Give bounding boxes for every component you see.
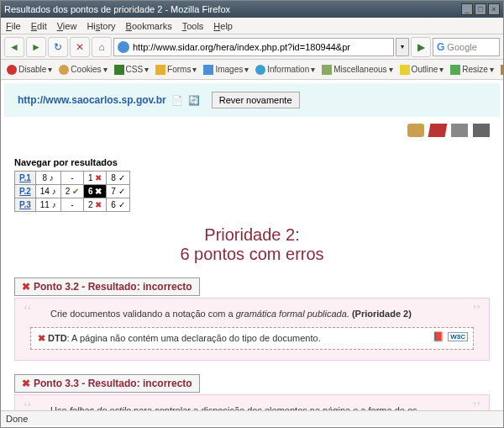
table-row: P.3 11 ♪ - 2 ✖ 6 ✓ [15,198,130,212]
nav-toolbar: ◄ ► ↻ ✕ ⌂ http://www.sidar.org/hera/inde… [1,34,503,60]
menu-view[interactable]: View [57,21,77,31]
dev-information[interactable]: Information▾ [253,65,318,75]
search-placeholder: Google [447,42,476,52]
point-body: “ ” Crie documentos validando a notação … [14,298,490,361]
dev-css[interactable]: CSS▾ [112,65,152,75]
w3c-icon[interactable]: W3C [448,332,468,341]
point-3-3: ✖Ponto 3.3 - Resultado: incorrecto “ ” U… [14,374,490,410]
url-dropdown[interactable]: ▾ [396,38,409,56]
dev-disable[interactable]: Disable▾ [4,65,55,75]
toolbar-icons [407,124,490,137]
pdf-icon[interactable]: 📕 [433,331,444,342]
window-titlebar: Resultados dos pontos de prioridade 2 - … [1,1,503,18]
x-icon: ✖ [22,378,30,389]
owl-icon[interactable] [407,124,424,137]
reload-button[interactable]: ↻ [48,37,68,57]
url-bar[interactable]: http://www.sidar.org/hera/index.php.pt?i… [113,38,394,56]
dev-outline[interactable]: Outline▾ [397,65,447,75]
guideline-text: Crie documentos validando a notação com … [50,309,454,319]
status-text: Done [6,414,28,424]
dev-cookies[interactable]: Cookies▾ [56,65,109,75]
quote-open-icon: “ [24,397,32,410]
table-row: P.2 14 ♪ 2 ✔ 6 ✖ 7 ✓ [15,185,130,198]
point-header: ✖Ponto 3.3 - Resultado: incorrecto [14,374,200,393]
title-line2: 6 pontos com erros [1,245,503,264]
menu-tools[interactable]: Tools [182,21,204,31]
google-icon: G [437,41,444,53]
menubar: FFileile Edit View History Bookmarks Too… [1,18,503,34]
main-title: Prioridade 2: 6 pontos com erros [1,225,503,264]
dev-miscellaneous[interactable]: Miscellaneous▾ [319,65,395,75]
guideline-text: Use folhas de estilo para controlar a di… [50,405,454,410]
quote-close-icon: ” [472,300,480,322]
window-title: Resultados dos pontos de prioridade 2 - … [4,4,230,14]
menu-bookmarks[interactable]: Bookmarks [126,21,172,31]
minimize-icon[interactable]: _ [461,3,473,15]
globe-icon [118,41,129,53]
menu-file[interactable]: FFileile [6,21,21,31]
table-row: P.1 8 ♪ - 1 ✖ 8 ✓ [15,172,130,185]
stop-button[interactable]: ✕ [70,37,90,57]
nav-results: Navegar por resultados P.1 8 ♪ - 1 ✖ 8 ✓… [14,157,503,212]
back-button[interactable]: ◄ [4,37,24,57]
statusbar: Done [1,410,503,425]
site-link[interactable]: http://www.saocarlos.sp.gov.br [18,94,166,106]
results-table: P.1 8 ♪ - 1 ✖ 8 ✓ P.2 14 ♪ 2 ✔ 6 ✖ 7 ✓ P… [14,171,130,212]
close-icon[interactable]: × [488,3,500,15]
dev-tools[interactable]: Tools [498,65,503,75]
quote-open-icon: “ [24,300,32,322]
title-line1: Prioridade 2: [1,225,503,245]
dev-resize[interactable]: Resize▾ [448,65,496,75]
search-box[interactable]: G Google [433,38,500,56]
page-content: http://www.saocarlos.sp.gov.br 📄 🔄 Rever… [1,80,503,410]
row-p3[interactable]: P.3 [15,198,36,212]
printer-icon[interactable] [473,124,490,137]
nav-results-title: Navegar por resultados [14,157,503,167]
page-header: http://www.saocarlos.sp.gov.br 📄 🔄 Rever… [4,83,500,117]
quote-close-icon: ” [472,397,480,410]
url-text: http://www.sidar.org/hera/index.php.pt?i… [133,42,350,52]
menu-history[interactable]: History [87,21,115,31]
dev-images[interactable]: Images▾ [201,65,251,75]
rever-button[interactable]: Rever novamente [212,92,300,108]
detail-box: ✖DTD: A página não contém uma declaração… [30,327,474,350]
x-icon: ✖ [22,281,30,293]
brush-icon[interactable] [451,124,468,137]
home-button[interactable]: ⌂ [92,37,112,57]
book-icon[interactable] [428,124,448,137]
forward-button[interactable]: ► [26,37,46,57]
maximize-icon[interactable]: □ [475,3,486,15]
menu-edit[interactable]: Edit [31,21,47,31]
row-p2[interactable]: P.2 [15,185,36,198]
point-3-2: ✖Ponto 3.2 - Resultado: incorrecto “ ” C… [14,277,490,361]
menu-help[interactable]: Help [213,21,233,31]
point-body: “ ” Use folhas de estilo para controlar … [14,394,490,410]
reload-site-icon[interactable]: 🔄 [188,95,200,106]
row-p1[interactable]: P.1 [15,172,36,185]
x-icon: ✖ [38,333,45,343]
go-button[interactable]: ▶ [411,37,431,57]
dev-forms[interactable]: Forms▾ [153,65,199,75]
doc-icon: 📄 [171,95,183,106]
webdev-toolbar: Disable▾ Cookies▾ CSS▾ Forms▾ Images▾ In… [1,60,503,80]
point-header: ✖Ponto 3.2 - Resultado: incorrecto [14,277,200,296]
